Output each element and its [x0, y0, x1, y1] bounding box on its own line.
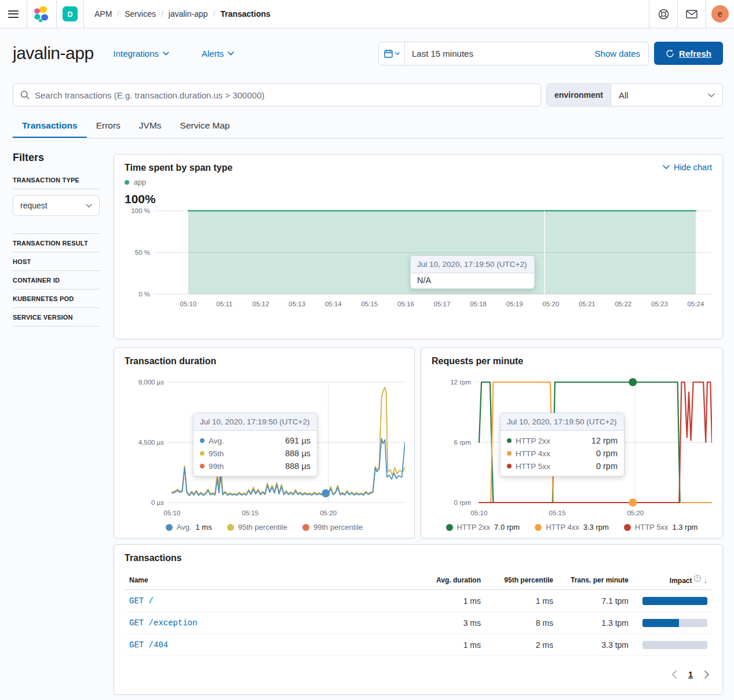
avg-duration-cell: 3 ms	[404, 612, 485, 634]
svg-text:05:20: 05:20	[627, 510, 644, 516]
legend-item[interactable]: 95th percentile	[227, 523, 287, 532]
date-picker: Last 15 minutes Show dates	[378, 42, 649, 65]
legend-dot	[507, 464, 512, 468]
space-avatar: D	[63, 6, 78, 21]
transaction-link[interactable]: GET /	[129, 596, 154, 606]
tooltip-row: HTTP 5xx 0 rpm	[501, 460, 624, 472]
search-input[interactable]	[35, 90, 534, 100]
transaction-link[interactable]: GET /exception	[129, 618, 198, 628]
svg-text:12 rpm: 12 rpm	[450, 379, 471, 386]
breadcrumb-services[interactable]: Services	[125, 9, 156, 19]
legend-item[interactable]: HTTP 5xx 1.3 rpm	[624, 523, 698, 532]
chevron-right-icon	[704, 670, 710, 679]
legend-dot	[446, 524, 453, 531]
column-header-avg-duration[interactable]: Avg. duration	[404, 570, 485, 590]
svg-text:9,000 µs: 9,000 µs	[138, 379, 165, 386]
chart-title: Transaction duration	[125, 356, 404, 367]
tab-transactions[interactable]: Transactions	[13, 115, 87, 138]
column-header-tpm[interactable]: Trans. per minute	[558, 570, 633, 590]
legend-dot	[624, 524, 631, 531]
search-row: environment All	[13, 83, 723, 107]
show-dates-button[interactable]: Show dates	[587, 42, 648, 65]
column-header-name[interactable]: Name	[125, 570, 404, 590]
svg-text:05:15: 05:15	[242, 510, 259, 516]
svg-text:05:17: 05:17	[434, 300, 451, 307]
transactions-table-body: GET /1 ms1 ms7.1 tpmGET /exception3 ms8 …	[125, 590, 712, 656]
environment-select[interactable]: All	[611, 84, 722, 106]
filter-section-label[interactable]: HOST	[13, 258, 100, 265]
legend-item[interactable]: 99th percentile	[302, 523, 363, 532]
time-range-value[interactable]: Last 15 minutes	[405, 42, 587, 65]
tab-errors[interactable]: Errors	[87, 115, 130, 138]
tooltip-row: 99th 888 µs	[193, 460, 317, 472]
page-number-1[interactable]: 1	[688, 670, 693, 679]
filters-title: Filters	[13, 152, 100, 164]
svg-text:05:16: 05:16	[397, 300, 414, 307]
legend-item[interactable]: HTTP 4xx 3.3 rpm	[535, 523, 609, 532]
tab-jvms[interactable]: JVMs	[130, 115, 171, 138]
filter-section-label[interactable]: CONTAINER ID	[13, 277, 100, 284]
user-avatar: e	[711, 5, 729, 23]
svg-text:0 rpm: 0 rpm	[454, 499, 471, 506]
tab-service-map[interactable]: Service Map	[171, 115, 239, 138]
table-row: GET /4041 ms2 ms3.3 tpm	[125, 634, 712, 656]
breadcrumb-current: Transactions	[220, 9, 270, 19]
legend-item[interactable]: HTTP 2xx 7.0 rpm	[446, 523, 520, 532]
legend-dot	[125, 180, 129, 185]
filter-section-label[interactable]: KUBERNETES POD	[13, 295, 100, 302]
alerts-dropdown[interactable]: Alerts	[202, 49, 234, 58]
svg-text:05:10: 05:10	[180, 300, 197, 307]
svg-text:05:23: 05:23	[651, 300, 668, 307]
help-button[interactable]	[649, 0, 677, 28]
impact-bar	[642, 597, 707, 605]
chevron-down-icon	[228, 52, 234, 56]
chart-tooltip: Jul 10, 2020, 17:19:50 (UTC+2) N/A	[410, 255, 535, 289]
chart-title: Requests per minute	[432, 356, 712, 367]
pagination: 1	[125, 670, 712, 679]
user-menu-button[interactable]: e	[706, 0, 734, 28]
newsfeed-button[interactable]	[677, 0, 706, 28]
transaction-type-select[interactable]: request	[13, 195, 100, 216]
refresh-button[interactable]: Refresh	[654, 42, 723, 65]
legend-label: app	[134, 178, 146, 186]
transaction-name-cell: GET /	[125, 590, 404, 612]
next-page-button[interactable]	[704, 670, 710, 679]
breadcrumb-apm[interactable]: APM	[94, 9, 112, 19]
span-legend: app	[125, 178, 712, 186]
space-switcher-button[interactable]: D	[57, 0, 83, 28]
column-header-95th[interactable]: 95th percentile	[485, 570, 558, 590]
previous-page-button[interactable]	[671, 670, 677, 679]
hide-chart-button[interactable]: Hide chart	[663, 163, 712, 172]
legend-item[interactable]: Avg. 1 ms	[166, 523, 212, 532]
divider	[83, 0, 84, 28]
breadcrumb-service[interactable]: javalin-app	[169, 9, 208, 19]
impact-cell	[633, 612, 712, 634]
span-percent-value: 100%	[125, 192, 712, 206]
svg-text:100 %: 100 %	[131, 207, 150, 214]
calendar-icon	[384, 49, 393, 58]
breadcrumb: APM / Services / javalin-app / Transacti…	[94, 9, 271, 19]
legend-dot	[227, 524, 234, 531]
breadcrumb-separator: /	[117, 9, 119, 19]
column-header-impact[interactable]: Impact?↓	[633, 570, 712, 590]
transactions-table-panel: Transactions Name Avg. duration 95th per…	[114, 544, 723, 695]
elastic-logo-button[interactable]	[27, 0, 56, 28]
hamburger-menu-button[interactable]	[0, 0, 27, 28]
divider	[13, 252, 100, 252]
filter-section-label[interactable]: TRANSACTION RESULT	[13, 240, 100, 247]
date-picker-calendar-button[interactable]	[379, 42, 405, 65]
table-row: GET /exception3 ms8 ms1.3 tpm	[125, 612, 712, 634]
svg-text:05:18: 05:18	[470, 300, 487, 307]
tooltip-row: HTTP 4xx 0 rpm	[501, 447, 624, 460]
impact-cell	[633, 590, 712, 612]
svg-text:05:14: 05:14	[325, 300, 342, 307]
table-row: GET /1 ms1 ms7.1 tpm	[125, 590, 712, 612]
transaction-link[interactable]: GET /404	[129, 640, 168, 650]
top-navigation-bar: D APM / Services / javalin-app / Transac…	[0, 0, 734, 28]
filter-section-label: TRANSACTION TYPE	[13, 177, 100, 184]
chart-tooltip: Jul 10, 2020, 17:19:50 (UTC+2) Avg. 691 …	[193, 413, 317, 477]
filter-section-label[interactable]: SERVICE VERSION	[13, 314, 100, 321]
integrations-dropdown[interactable]: Integrations	[114, 49, 169, 58]
legend-dot	[507, 451, 512, 456]
divider	[13, 289, 100, 289]
